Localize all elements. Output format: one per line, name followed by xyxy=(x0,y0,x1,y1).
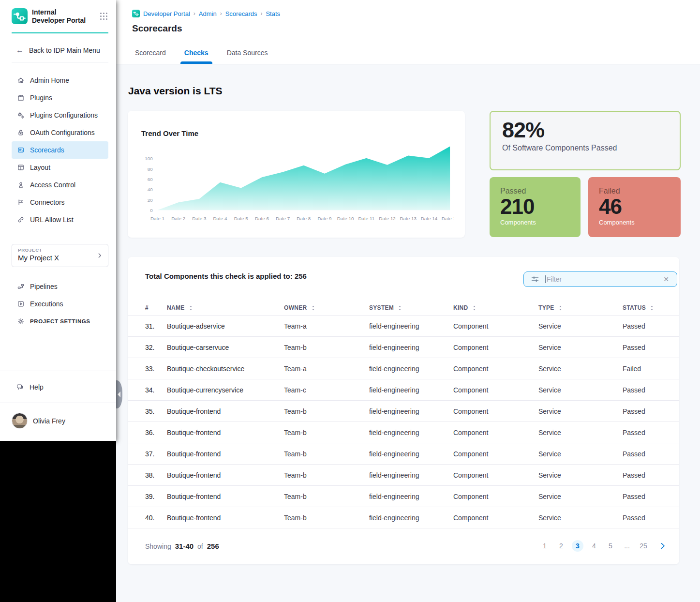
table-row[interactable]: 34.Boutique-currencyserviceTeam-cfield-e… xyxy=(128,379,679,400)
page-1[interactable]: 1 xyxy=(539,540,551,552)
sidebar-item-pipelines[interactable]: Pipelines xyxy=(12,278,108,295)
sidebar-item-admin-home[interactable]: Admin Home xyxy=(12,72,108,89)
sidebar-item-label: PROJECT SETTINGS xyxy=(30,318,90,324)
svg-text:Date 6: Date 6 xyxy=(255,216,269,221)
table-row[interactable]: 39.Boutique-frontendTeam-bfield-engineer… xyxy=(128,485,679,507)
column-label: OWNER xyxy=(284,304,307,311)
table-row[interactable]: 37.Boutique-frontendTeam-bfield-engineer… xyxy=(128,443,679,464)
column-header-owner[interactable]: OWNER xyxy=(284,304,369,311)
plugins-icon xyxy=(17,94,25,102)
cell-type: Service xyxy=(538,514,623,522)
table-row[interactable]: 32.Boutique-carservuceTeam-bfield-engine… xyxy=(128,336,679,358)
sort-icon[interactable] xyxy=(189,305,193,311)
back-to-main-menu[interactable]: ← Back to IDP Main Menu xyxy=(16,46,100,55)
cell-name: Boutique-checkoutservice xyxy=(167,365,284,373)
tab-scorecard[interactable]: Scorecard xyxy=(134,48,167,64)
app-grid-icon[interactable] xyxy=(99,12,108,21)
cell-type: Service xyxy=(538,429,623,436)
table-row[interactable]: 35.Boutique-frontendTeam-bfield-engineer… xyxy=(128,400,679,421)
table-title: Total Components this check is applied t… xyxy=(145,272,307,280)
column-header-system[interactable]: SYSTEM xyxy=(369,304,453,311)
project-name: My Project X xyxy=(18,254,103,262)
sidebar-item-label: Plugins xyxy=(30,94,52,102)
sidebar-item-oauth-configurations[interactable]: OAuth Configurations xyxy=(12,124,108,141)
cell-name: Boutique-adservice xyxy=(167,322,284,330)
cell-name: Boutique-currencyservice xyxy=(167,386,284,394)
showing-range: 31-40 xyxy=(175,542,194,550)
sort-icon[interactable] xyxy=(650,305,654,311)
executions-icon xyxy=(17,300,25,308)
app-canvas: Developer Portal›Admin›Scorecards›Stats … xyxy=(0,0,700,602)
project-selector[interactable]: PROJECT My Project X xyxy=(12,244,108,267)
sidebar: Internal Developer Portal ← Back to IDP … xyxy=(0,0,116,441)
page-ellipsis: ... xyxy=(621,540,633,552)
page-3[interactable]: 3 xyxy=(572,540,583,552)
column-label: NAME xyxy=(167,304,185,311)
cell-owner: Team-b xyxy=(284,471,369,479)
filter-box[interactable]: ✕ xyxy=(523,271,677,287)
cell-system: field-engineering xyxy=(369,322,453,330)
filter-close-icon[interactable]: ✕ xyxy=(661,274,671,284)
sort-icon[interactable] xyxy=(311,305,315,311)
cell-kind: Component xyxy=(453,514,538,522)
avatar xyxy=(12,413,28,429)
table-row[interactable]: 31.Boutique-adserviceTeam-afield-enginee… xyxy=(128,315,679,336)
cell-status: Passed xyxy=(623,429,679,436)
cell-kind: Component xyxy=(453,386,538,394)
filter-input[interactable] xyxy=(547,275,661,283)
tab-checks[interactable]: Checks xyxy=(183,48,209,64)
table-row[interactable]: 40.Boutique-frontendTeam-bfield-engineer… xyxy=(128,507,679,528)
sidebar-item-layout[interactable]: Layout xyxy=(12,159,108,176)
sidebar-item-plugins-configurations[interactable]: Plugins Configurations xyxy=(12,106,108,124)
page-25[interactable]: 25 xyxy=(638,540,649,552)
cell-num: 40. xyxy=(145,514,167,522)
sidebar-item-label: Pipelines xyxy=(30,283,58,290)
breadcrumb-link[interactable]: Stats xyxy=(266,10,280,17)
area-chart-svg: 020406080100 Date 1Date 2Date 3Date 4Dat… xyxy=(138,143,454,225)
svg-text:0: 0 xyxy=(150,208,153,213)
cell-num: 31. xyxy=(145,322,167,330)
svg-text:Date 4: Date 4 xyxy=(213,216,227,221)
table-row[interactable]: 36.Boutique-frontendTeam-bfield-engineer… xyxy=(128,421,679,443)
table-row[interactable]: 38.Boutique-frontendTeam-bfield-engineer… xyxy=(128,464,679,485)
sidebar-item-url-allow-list[interactable]: URL Allow List xyxy=(12,211,108,228)
divider xyxy=(0,403,116,403)
cell-name: Boutique-frontend xyxy=(167,493,284,500)
column-header-kind[interactable]: KIND xyxy=(453,304,538,311)
breadcrumb-link[interactable]: Developer Portal xyxy=(143,10,190,17)
column-header-name[interactable]: NAME xyxy=(167,304,284,311)
help-item[interactable]: Help xyxy=(16,383,44,391)
breadcrumb-separator: › xyxy=(260,10,262,17)
table-row[interactable]: 33.Boutique-checkoutserviceTeam-afield-e… xyxy=(128,358,679,379)
page-4[interactable]: 4 xyxy=(588,540,600,552)
cell-num: 39. xyxy=(145,493,167,500)
sidebar-item-executions[interactable]: Executions xyxy=(12,295,108,313)
column-header-type[interactable]: TYPE xyxy=(538,304,623,311)
sidebar-item-connectors[interactable]: Connectors xyxy=(12,194,108,211)
sort-icon[interactable] xyxy=(398,305,402,311)
page-2[interactable]: 2 xyxy=(555,540,567,552)
page-header: Developer Portal›Admin›Scorecards›Stats … xyxy=(116,0,700,64)
svg-text:Date 10: Date 10 xyxy=(337,216,354,221)
sidebar-item-project-settings[interactable]: PROJECT SETTINGS xyxy=(12,313,108,330)
sort-icon[interactable] xyxy=(472,305,477,311)
sidebar-item-plugins[interactable]: Plugins xyxy=(12,89,108,106)
breadcrumb-link[interactable]: Scorecards xyxy=(225,10,257,17)
sort-icon[interactable] xyxy=(558,305,563,311)
svg-text:Date 9: Date 9 xyxy=(317,216,332,221)
page-5[interactable]: 5 xyxy=(605,540,616,552)
pass-rate-card: 82% Of Software Components Passed xyxy=(490,111,681,170)
scorecard-icon xyxy=(17,146,25,154)
next-page-button[interactable] xyxy=(659,542,667,550)
tab-data-sources[interactable]: Data Sources xyxy=(226,48,269,64)
user-profile[interactable]: Olivia Frey xyxy=(12,413,65,429)
sidebar-item-scorecards[interactable]: Scorecards xyxy=(12,141,108,159)
cell-kind: Component xyxy=(453,344,538,351)
column-header-status[interactable]: STATUS xyxy=(623,304,679,311)
breadcrumb-link[interactable]: Admin xyxy=(199,10,217,17)
pass-rate-value: 82% xyxy=(502,118,668,143)
back-arrow-icon: ← xyxy=(16,46,24,55)
sidebar-item-label: Connectors xyxy=(30,198,65,206)
cell-owner: Team-b xyxy=(284,514,369,522)
sidebar-item-access-control[interactable]: Access Control xyxy=(12,176,108,194)
